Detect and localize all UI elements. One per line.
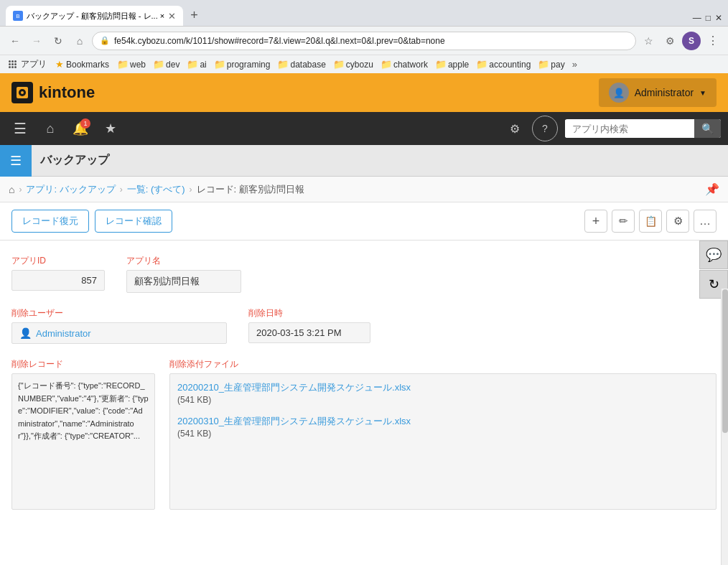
copy-record-button[interactable]: 📋 bbox=[639, 210, 662, 233]
kintone-navbar: ☰ ⌂ 🔔 1 ★ ⚙ ? 🔍 bbox=[0, 112, 728, 145]
logo-icon bbox=[11, 82, 33, 103]
new-tab-button[interactable]: + bbox=[185, 5, 204, 26]
record-settings-button[interactable]: ⚙ bbox=[666, 210, 689, 233]
logo-text: kintone bbox=[39, 83, 95, 102]
bookmark-programing[interactable]: 📁 programing bbox=[210, 57, 274, 71]
breadcrumb: ⌂ › アプリ: バックアップ › 一覧: (すべて) › レコード: 顧客別訪… bbox=[0, 177, 728, 202]
bookmark-chatwork[interactable]: 📁 chatwork bbox=[377, 57, 431, 71]
window-controls: — □ ✕ bbox=[693, 13, 722, 26]
bookmark-star-button[interactable]: ☆ bbox=[639, 32, 658, 50]
browser-tab-active[interactable]: B バックアップ - 顧客別訪問日報 - レ... × ✕ bbox=[6, 6, 183, 26]
bookmark-apps[interactable]: アプリ bbox=[4, 57, 51, 72]
bookmarks-label: Bookmarks bbox=[66, 60, 109, 70]
search-button[interactable]: 🔍 bbox=[694, 119, 721, 138]
tab-favicon: B bbox=[13, 11, 23, 21]
refresh-button[interactable]: ↻ bbox=[49, 32, 67, 50]
address-bar[interactable]: 🔒 fe54k.cybozu.com/k/1011/show#record=7&… bbox=[92, 32, 636, 50]
restore-record-button[interactable]: レコード復元 bbox=[11, 210, 89, 233]
pay-label: pay bbox=[551, 60, 564, 70]
bookmarks-star-icon: ★ bbox=[55, 59, 64, 70]
bookmark-cybozu[interactable]: 📁 cybozu bbox=[330, 57, 377, 71]
comment-sidebar-button[interactable]: 💬 bbox=[699, 241, 728, 269]
deleted-files-label: 削除添付ファイル bbox=[169, 358, 717, 370]
breadcrumb-app-link[interactable]: アプリ: バックアップ bbox=[26, 183, 115, 196]
bookmark-database[interactable]: 📁 database bbox=[274, 57, 329, 71]
nav-center-spacer: ⚙ ? 🔍 bbox=[123, 116, 721, 141]
delete-user-name[interactable]: Administrator bbox=[36, 328, 91, 339]
bookmark-bookmarks[interactable]: ★ Bookmarks bbox=[51, 57, 113, 71]
deleted-record-label: 削除レコード bbox=[11, 358, 155, 370]
bookmark-more[interactable]: » bbox=[569, 57, 581, 71]
profile-button[interactable]: S bbox=[682, 32, 701, 50]
forward-button[interactable]: → bbox=[27, 32, 46, 50]
field-row-1: アプリID 857 アプリ名 顧客別訪問日報 bbox=[11, 255, 717, 293]
app-name-label: アプリ名 bbox=[126, 255, 241, 267]
back-button[interactable]: ← bbox=[6, 32, 24, 50]
help-nav-button[interactable]: ? bbox=[532, 116, 558, 141]
bookmark-apple[interactable]: 📁 apple bbox=[431, 57, 472, 71]
cybozu-folder-icon: 📁 bbox=[333, 59, 345, 70]
notification-button[interactable]: 🔔 1 bbox=[67, 116, 93, 141]
browser-tabs: B バックアップ - 顧客別訪問日報 - レ... × ✕ + bbox=[6, 5, 693, 26]
bookmark-accounting[interactable]: 📁 accounting bbox=[472, 57, 534, 71]
file-entry-2: 20200310_生産管理部門システム開発スケジュール.xlsx (541 KB… bbox=[177, 415, 709, 439]
app-title-text: バックアップ bbox=[32, 153, 109, 168]
chatwork-folder-icon: 📁 bbox=[381, 59, 392, 70]
bookmark-ai[interactable]: 📁 ai bbox=[183, 57, 210, 71]
tab-close-icon[interactable]: ✕ bbox=[168, 11, 176, 22]
settings-nav-button[interactable]: ⚙ bbox=[502, 116, 528, 141]
app-name-field: アプリ名 顧客別訪問日報 bbox=[126, 255, 241, 293]
scrollbar[interactable] bbox=[721, 289, 728, 565]
deleted-record-json: {"レコード番号": {"type":"RECORD_NUMBER","valu… bbox=[11, 373, 155, 510]
favorites-nav-button[interactable]: ★ bbox=[98, 116, 123, 141]
web-folder-icon: 📁 bbox=[117, 59, 129, 70]
record-more-button[interactable]: … bbox=[694, 210, 717, 233]
file-link-1[interactable]: 20200210_生産管理部門システム開発スケジュール.xlsx bbox=[177, 381, 709, 394]
confirm-record-button[interactable]: レコード確認 bbox=[95, 210, 172, 233]
database-label: database bbox=[290, 60, 325, 70]
menu-button[interactable]: ⋮ bbox=[704, 32, 722, 50]
breadcrumb-pin-icon[interactable]: 📌 bbox=[705, 182, 719, 196]
edit-record-button[interactable]: ✏ bbox=[612, 210, 635, 233]
nav-left: ☰ ⌂ 🔔 1 ★ bbox=[7, 116, 123, 141]
file-link-2[interactable]: 20200310_生産管理部門システム開発スケジュール.xlsx bbox=[177, 415, 709, 428]
add-record-button[interactable]: + bbox=[584, 210, 607, 233]
user-menu[interactable]: 👤 Administrator ▼ bbox=[599, 78, 717, 107]
ai-label: ai bbox=[200, 60, 206, 70]
minimize-button[interactable]: — bbox=[693, 13, 701, 23]
breadcrumb-sep-1: › bbox=[19, 185, 22, 195]
search-input[interactable] bbox=[565, 120, 694, 138]
bookmark-web[interactable]: 📁 web bbox=[113, 57, 149, 71]
menu-icon-button[interactable]: ☰ bbox=[7, 116, 33, 141]
search-container: 🔍 bbox=[565, 119, 721, 138]
deleted-record-column: 削除レコード {"レコード番号": {"type":"RECORD_NUMBER… bbox=[11, 358, 155, 510]
breadcrumb-list-link[interactable]: 一覧: (すべて) bbox=[127, 183, 185, 196]
close-button[interactable]: ✕ bbox=[715, 13, 722, 23]
record-toolbar-left: レコード復元 レコード確認 bbox=[11, 210, 172, 233]
comment-icon: 💬 bbox=[706, 247, 722, 263]
apple-folder-icon: 📁 bbox=[435, 59, 447, 70]
breadcrumb-current: レコード: 顧客別訪問日報 bbox=[197, 183, 304, 196]
user-chevron-icon: ▼ bbox=[699, 89, 706, 97]
url-display: fe54k.cybozu.com/k/1011/show#record=7&l.… bbox=[114, 36, 628, 46]
pay-folder-icon: 📁 bbox=[538, 59, 549, 70]
record-content: 💬 ↻ アプリID 857 アプリ名 顧客別訪問日報 bbox=[0, 241, 728, 565]
scrollbar-thumb[interactable] bbox=[722, 289, 728, 433]
tab-title: バックアップ - 顧客別訪問日報 - レ... × bbox=[27, 11, 164, 22]
breadcrumb-home-icon[interactable]: ⌂ bbox=[9, 184, 14, 195]
web-label: web bbox=[130, 60, 146, 70]
bookmark-pay[interactable]: 📁 pay bbox=[534, 57, 568, 71]
maximize-button[interactable]: □ bbox=[706, 13, 711, 23]
delete-date-value: 2020-03-15 3:21 PM bbox=[248, 322, 370, 343]
accounting-folder-icon: 📁 bbox=[476, 59, 487, 70]
record-toolbar-right: + ✏ 📋 ⚙ … bbox=[584, 210, 717, 233]
extensions-button[interactable]: ⚙ bbox=[661, 32, 679, 50]
bookmark-dev[interactable]: 📁 dev bbox=[149, 57, 183, 71]
deleted-record-content: {"レコード番号": {"type":"RECORD_NUMBER","valu… bbox=[18, 381, 149, 440]
dev-folder-icon: 📁 bbox=[153, 59, 164, 70]
home-nav-button[interactable]: ⌂ bbox=[37, 116, 63, 141]
app-id-label: アプリID bbox=[11, 255, 105, 267]
deleted-data-row: 削除レコード {"レコード番号": {"type":"RECORD_NUMBER… bbox=[11, 358, 717, 510]
delete-date-field: 削除日時 2020-03-15 3:21 PM bbox=[248, 307, 370, 343]
home-button[interactable]: ⌂ bbox=[70, 32, 89, 50]
